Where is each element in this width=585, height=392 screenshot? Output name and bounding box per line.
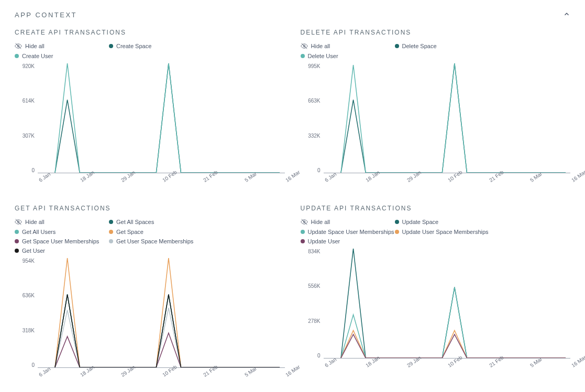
x-tick: 29 Jan	[406, 364, 409, 368]
legend-dot-icon	[15, 230, 19, 234]
legend-item[interactable]: Create User	[15, 53, 109, 59]
legend-label: Get Space User Memberships	[22, 238, 99, 244]
hide-all-label: Hide all	[311, 43, 330, 49]
chart-area: 834K556K278K0 6 Jan18 Jan29 Jan10 Feb21 …	[301, 249, 571, 374]
legend-label: Get User Space Memberships	[116, 238, 193, 244]
y-tick: 954K	[23, 258, 35, 264]
legend-item[interactable]: Get All Users	[15, 229, 109, 235]
legend-dot-icon	[15, 239, 19, 243]
legend-item[interactable]: Update Space User Memberships	[301, 229, 395, 235]
legend-label: Get User	[22, 248, 45, 254]
x-axis: 6 Jan18 Jan29 Jan10 Feb21 Feb5 Mar16 Mar	[38, 368, 285, 379]
x-axis: 6 Jan18 Jan29 Jan10 Feb21 Feb5 Mar16 Mar	[324, 359, 571, 369]
x-tick: 5 Mar	[244, 373, 247, 378]
legend-item[interactable]: Get User Space Memberships	[109, 238, 203, 244]
legend-item[interactable]: Update User Space Memberships	[395, 229, 489, 235]
legend-dot-icon	[301, 54, 305, 58]
hide-all-label: Hide all	[25, 219, 45, 225]
legend-dot-icon	[395, 230, 399, 234]
y-tick: 0	[317, 353, 321, 359]
chart-area: 954K636K318K0 6 Jan18 Jan29 Jan10 Feb21 …	[15, 258, 285, 384]
legend-label: Create Space	[116, 43, 151, 49]
chart-create: CREATE API TRANSACTIONS Hide allCreate S…	[15, 29, 285, 189]
legend: Hide allDelete SpaceDelete User	[301, 42, 571, 59]
legend-item[interactable]: Create Space	[109, 42, 203, 50]
x-tick: 6 Jan	[324, 364, 327, 368]
legend-item[interactable]: Delete User	[301, 53, 395, 59]
chart-title: CREATE API TRANSACTIONS	[15, 29, 285, 36]
legend-label: Delete User	[308, 53, 338, 59]
chart-area: 995K663K332K0 6 Jan18 Jan29 Jan10 Feb21 …	[301, 63, 571, 189]
legend-dot-icon	[301, 239, 305, 243]
y-tick: 0	[31, 167, 35, 173]
legend-item[interactable]: Update User	[301, 238, 395, 244]
y-axis: 920K614K307K0	[15, 63, 38, 173]
plot[interactable]	[324, 63, 571, 173]
y-axis: 834K556K278K0	[301, 249, 324, 359]
chart-title: DELETE API TRANSACTIONS	[301, 29, 571, 36]
plot[interactable]	[38, 258, 285, 368]
legend-dot-icon	[109, 44, 113, 48]
legend: Hide allGet All SpacesGet All UsersGet S…	[15, 218, 285, 254]
section-title: APP CONTEXT	[15, 11, 77, 19]
y-tick: 834K	[308, 249, 320, 254]
x-tick: 18 Jan	[79, 178, 82, 183]
legend-item[interactable]: Update Space	[395, 218, 489, 226]
legend-label: Get All Users	[22, 229, 56, 235]
x-tick: 29 Jan	[406, 178, 409, 183]
legend-dot-icon	[109, 239, 113, 243]
chart-delete: DELETE API TRANSACTIONS Hide allDelete S…	[301, 29, 571, 189]
x-tick: 18 Jan	[365, 178, 368, 183]
hide-all-toggle[interactable]: Hide all	[15, 42, 109, 50]
legend-label: Update Space	[402, 219, 439, 225]
x-tick: 16 Mar	[284, 373, 288, 378]
hide-all-toggle[interactable]: Hide all	[15, 218, 109, 226]
y-axis: 995K663K332K0	[301, 63, 324, 173]
chart-area: 920K614K307K0 6 Jan18 Jan29 Jan10 Feb21 …	[15, 63, 285, 189]
y-tick: 318K	[23, 328, 35, 333]
legend-item[interactable]: Delete Space	[395, 42, 489, 50]
charts-grid: CREATE API TRANSACTIONS Hide allCreate S…	[15, 29, 570, 384]
legend-label: Delete Space	[402, 43, 437, 49]
legend-dot-icon	[301, 230, 305, 234]
y-tick: 332K	[308, 133, 320, 139]
legend-item[interactable]: Get All Spaces	[109, 218, 203, 226]
x-tick: 6 Jan	[38, 373, 41, 378]
x-tick: 21 Feb	[488, 178, 491, 183]
y-tick: 0	[317, 167, 321, 173]
hide-all-toggle[interactable]: Hide all	[301, 218, 395, 226]
x-tick: 29 Jan	[120, 178, 123, 183]
hide-all-label: Hide all	[25, 43, 45, 49]
chart-get: GET API TRANSACTIONS Hide allGet All Spa…	[15, 205, 285, 384]
section-header: APP CONTEXT	[15, 10, 570, 19]
legend-dot-icon	[15, 249, 19, 253]
hide-all-toggle[interactable]: Hide all	[301, 42, 395, 50]
legend: Hide allUpdate SpaceUpdate Space User Me…	[301, 218, 571, 244]
chart-title: UPDATE API TRANSACTIONS	[301, 205, 571, 212]
x-tick: 21 Feb	[202, 373, 205, 378]
legend: Hide allCreate SpaceCreate User	[15, 42, 285, 59]
plot[interactable]	[38, 63, 285, 173]
collapse-icon[interactable]	[563, 10, 570, 19]
x-tick: 16 Mar	[570, 178, 573, 183]
legend-item[interactable]: Get Space User Memberships	[15, 238, 109, 244]
legend-item[interactable]: Get Space	[109, 229, 203, 235]
x-axis: 6 Jan18 Jan29 Jan10 Feb21 Feb5 Mar16 Mar	[324, 173, 571, 184]
x-tick: 18 Jan	[79, 373, 82, 378]
x-tick: 10 Feb	[161, 178, 164, 183]
legend-label: Update User	[308, 238, 340, 244]
x-tick: 6 Jan	[38, 178, 41, 183]
x-tick: 21 Feb	[202, 178, 205, 183]
y-tick: 663K	[308, 98, 320, 104]
legend-label: Create User	[22, 53, 53, 59]
x-tick: 10 Feb	[161, 373, 164, 378]
hide-all-label: Hide all	[311, 219, 330, 225]
x-tick: 16 Mar	[284, 178, 288, 183]
x-tick: 5 Mar	[244, 178, 247, 183]
y-tick: 556K	[308, 283, 320, 289]
legend-dot-icon	[109, 230, 113, 234]
chart-title: GET API TRANSACTIONS	[15, 205, 285, 212]
x-tick: 18 Jan	[365, 364, 368, 368]
legend-item[interactable]: Get User	[15, 248, 109, 254]
plot[interactable]	[324, 249, 571, 359]
